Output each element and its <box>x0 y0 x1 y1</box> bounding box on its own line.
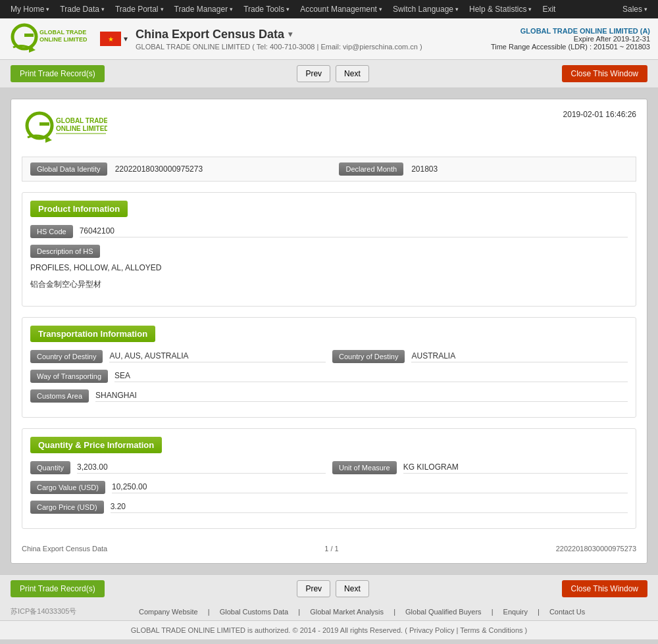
description-of-hs-label: Description of HS <box>30 245 100 258</box>
record-gto-logo: GLOBAL TRADE ONLINE LIMITED <box>22 110 107 146</box>
nav-account-management[interactable]: Account Management ▾ <box>295 0 388 18</box>
unit-of-measure-label: Unit of Measure <box>332 461 397 474</box>
header-expire: Expire After 2019-12-31 <box>491 35 650 43</box>
footer-link-company-website[interactable]: Company Website <box>139 608 198 616</box>
svg-text:GLOBAL TRADE: GLOBAL TRADE <box>39 29 86 36</box>
description-block: Description of HS PROFILES, HOLLOW, AL, … <box>30 245 628 291</box>
country-destiny-row2: Country of Destiny AUSTRALIA <box>332 350 628 363</box>
hs-code-row: HS Code 76042100 <box>30 225 628 238</box>
footer-copyright: GLOBAL TRADE ONLINE LIMITED is authorize… <box>11 626 647 634</box>
cargo-price-label: Cargo Price (USD) <box>30 501 104 514</box>
footer-copyright-bar: GLOBAL TRADE ONLINE LIMITED is authorize… <box>0 620 658 639</box>
cargo-value-label: Cargo Value (USD) <box>30 481 105 494</box>
unit-of-measure-value: KG KILOGRAM <box>403 462 628 474</box>
nav-exit[interactable]: Exit <box>537 0 561 18</box>
header-right: GLOBAL TRADE ONLINE LIMITED (A) Expire A… <box>491 27 650 51</box>
record-header: GLOBAL TRADE ONLINE LIMITED 2019-02-01 1… <box>22 110 636 146</box>
top-action-bar: Print Trade Record(s) Prev Next Close Th… <box>0 60 658 88</box>
product-info-header: Product Information <box>30 201 128 217</box>
customs-area-value: SHANGHAI <box>95 391 628 402</box>
chevron-down-icon: ▾ <box>286 6 290 12</box>
gto-logo-image: GLOBAL TRADE ONLINE LIMITED <box>8 22 87 55</box>
hs-code-label: HS Code <box>30 225 73 238</box>
cargo-value-row: Cargo Value (USD) 10,250.00 <box>30 481 628 494</box>
transport-info-header: Transportation Information <box>30 326 155 342</box>
bottom-print-button[interactable]: Print Trade Record(s) <box>11 580 105 597</box>
product-information-section: Product Information HS Code 76042100 Des… <box>22 192 636 307</box>
declared-month-label: Declared Month <box>339 162 403 176</box>
svg-text:ONLINE LIMITED: ONLINE LIMITED <box>56 125 107 132</box>
footer-icp-bar: 苏ICP备14033305号 Company Website | Global … <box>0 603 658 620</box>
bottom-prev-button[interactable]: Prev <box>297 580 330 597</box>
page-title: China Export Census Data ▾ <box>136 28 483 41</box>
nav-trade-data[interactable]: Trade Data ▾ <box>55 0 110 18</box>
declared-month-value: 201803 <box>411 164 628 174</box>
nav-trade-tools[interactable]: Trade Tools ▾ <box>238 0 295 18</box>
print-button[interactable]: Print Trade Record(s) <box>11 65 105 82</box>
way-of-transporting-value: SEA <box>114 371 628 382</box>
cargo-price-value: 3.20 <box>111 502 628 513</box>
main-content: GLOBAL TRADE ONLINE LIMITED 2019-02-01 1… <box>0 88 658 574</box>
nav-my-home[interactable]: My Home ▾ <box>5 0 55 18</box>
bottom-action-bar: Print Trade Record(s) Prev Next Close Th… <box>0 574 658 603</box>
flag-container: ★ ▾ <box>100 32 128 46</box>
flag-dropdown-arrow[interactable]: ▾ <box>124 34 128 43</box>
customs-area-row: Customs Area SHANGHAI <box>30 389 628 403</box>
chevron-down-icon: ▾ <box>455 6 459 12</box>
next-button[interactable]: Next <box>336 65 369 82</box>
nav-switch-language[interactable]: Switch Language ▾ <box>388 0 464 18</box>
country-of-destiny-value1: AU, AUS, AUSTRALIA <box>109 351 326 362</box>
nav-trade-portal[interactable]: Trade Portal ▾ <box>110 0 169 18</box>
description-line1: PROFILES, HOLLOW, AL, ALLOYED <box>30 262 628 274</box>
country-destiny-row1: Country of Destiny AU, AUS, AUSTRALIA <box>30 350 326 363</box>
nav-help-statistics[interactable]: Help & Statistics ▾ <box>464 0 537 18</box>
svg-text:GLOBAL TRADE: GLOBAL TRADE <box>56 117 107 124</box>
svg-text:ONLINE LIMITED: ONLINE LIMITED <box>39 36 87 43</box>
quantity-value: 3,203.00 <box>77 462 326 474</box>
record-footer: China Export Census Data 1 / 1 220220180… <box>22 539 636 553</box>
quantity-row: Quantity 3,203.00 <box>30 461 326 474</box>
nav-sales[interactable]: Sales ▾ <box>617 0 653 18</box>
svg-rect-5 <box>39 122 49 126</box>
way-of-transporting-label: Way of Transporting <box>30 370 108 383</box>
chevron-down-icon: ▾ <box>379 6 382 12</box>
way-of-transporting-row: Way of Transporting SEA <box>30 370 628 383</box>
global-data-identity-value: 22022018030000975273 <box>115 164 332 174</box>
chevron-down-icon: ▾ <box>528 6 532 12</box>
cargo-value-value: 10,250.00 <box>112 482 628 493</box>
title-dropdown-arrow[interactable]: ▾ <box>288 30 292 39</box>
header-bar: GLOBAL TRADE ONLINE LIMITED ★ ▾ China Ex… <box>0 18 658 60</box>
svg-rect-1 <box>24 34 34 37</box>
bottom-next-button[interactable]: Next <box>336 580 369 597</box>
close-button[interactable]: Close This Window <box>562 65 647 82</box>
quantity-price-section: Quantity & Price Information Quantity 3,… <box>22 428 636 529</box>
footer-link-contact[interactable]: Contact Us <box>549 608 585 616</box>
record-id: 22022018030000975273 <box>556 545 636 553</box>
nav-trade-manager[interactable]: Trade Manager ▾ <box>169 0 239 18</box>
bottom-close-button[interactable]: Close This Window <box>562 580 647 597</box>
header-ldr: Time Range Accessible (LDR) : 201501 ~ 2… <box>491 43 650 51</box>
identity-row: Global Data Identity 2202201803000097527… <box>22 157 636 182</box>
logo-area: GLOBAL TRADE ONLINE LIMITED <box>8 22 87 55</box>
country-of-destiny-value2: AUSTRALIA <box>411 351 628 362</box>
cargo-price-row: Cargo Price (USD) 3.20 <box>30 501 628 514</box>
footer-link-market-analysis[interactable]: Global Market Analysis <box>310 608 384 616</box>
country-of-destiny-label2: Country of Destiny <box>332 350 405 363</box>
record-data-source: China Export Census Data <box>22 545 107 553</box>
footer-link-global-customs[interactable]: Global Customs Data <box>220 608 289 616</box>
record-timestamp: 2019-02-01 16:46:26 <box>563 110 636 119</box>
quantity-top-row: Quantity 3,203.00 Unit of Measure KG KIL… <box>30 461 628 481</box>
hs-code-value: 76042100 <box>80 226 628 237</box>
quantity-label: Quantity <box>30 461 70 474</box>
quantity-price-header: Quantity & Price Information <box>30 437 162 453</box>
prev-button[interactable]: Prev <box>297 65 330 82</box>
transportation-information-section: Transportation Information Country of De… <box>22 317 636 418</box>
footer-link-qualified-buyers[interactable]: Global Qualified Buyers <box>405 608 482 616</box>
china-flag: ★ <box>100 32 121 46</box>
footer-link-enquiry[interactable]: Enquiry <box>503 608 528 616</box>
record-pagination: 1 / 1 <box>324 545 338 553</box>
country-of-destiny-label1: Country of Destiny <box>30 350 103 363</box>
top-navigation: My Home ▾ Trade Data ▾ Trade Portal ▾ Tr… <box>0 0 658 18</box>
transport-top-row: Country of Destiny AU, AUS, AUSTRALIA Co… <box>30 350 628 370</box>
header-subtitle: GLOBAL TRADE ONLINE LIMITED ( Tel: 400-7… <box>136 43 483 51</box>
